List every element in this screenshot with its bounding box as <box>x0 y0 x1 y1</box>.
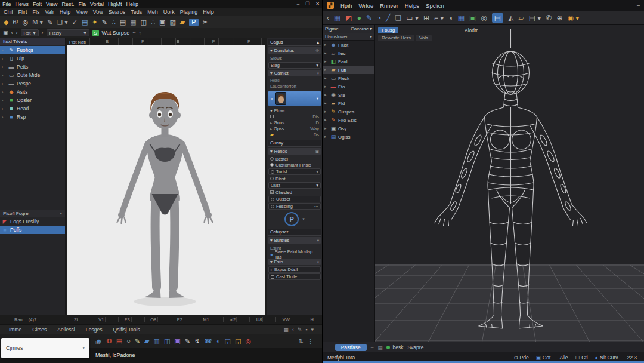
viewport-tab-2[interactable]: Rewerte Hers <box>378 35 414 41</box>
right-minimize-button[interactable]: – <box>637 2 640 8</box>
outliner-item[interactable]: ▸ ✎ Cuspes <box>323 107 374 116</box>
bottom-tool-icon[interactable]: ▥ <box>154 338 160 344</box>
toolbar-icon[interactable]: M ▾ <box>32 19 43 26</box>
lower-tree-item[interactable]: ■ Puffs <box>0 226 65 234</box>
outliner-item[interactable]: ▸ ▣ Osy <box>323 124 374 133</box>
right-toolbar-icon[interactable]: ◖ <box>448 14 453 21</box>
status-combobox[interactable]: Cjmres▾ <box>1 338 89 358</box>
ds-row[interactable]: ▰Ds <box>268 131 321 137</box>
tree-item[interactable]: › ▬ Petts <box>0 63 65 71</box>
hamburger-icon[interactable]: ☰ <box>326 344 331 350</box>
right-toolbar-icon[interactable]: ⊕ <box>556 14 562 21</box>
titlebar-menu-item[interactable]: Hews <box>16 1 29 7</box>
inspector-tab[interactable]: Cagus▴ <box>268 39 321 46</box>
toolbar-icon[interactable]: ▨ <box>169 19 175 26</box>
outliner-tab-1[interactable]: Pigme <box>325 26 339 32</box>
right-menubar-item[interactable]: Helps <box>405 2 419 9</box>
opss-row[interactable]: ▸OpssWay <box>268 125 321 131</box>
bottom-tab[interactable]: Cirses <box>28 327 51 333</box>
maximize-button[interactable]: ❐ <box>305 1 309 7</box>
toolbar-icon[interactable]: P <box>189 19 198 26</box>
menubar-item[interactable]: View <box>76 9 87 15</box>
bottom-tool-icon[interactable]: ▣ <box>174 338 180 344</box>
titlebar-menu-item[interactable]: View <box>46 1 57 7</box>
toolbar-icon[interactable]: ✎ <box>47 19 52 26</box>
menubar-item[interactable]: Teds <box>131 9 142 15</box>
expand-caret-icon[interactable]: ▸ <box>324 126 329 131</box>
toolbar-icon[interactable]: ✦ <box>92 19 97 26</box>
toolbar-icon[interactable]: ▰ <box>180 19 185 26</box>
outliner-item[interactable]: ▸ ▰ Fld <box>323 99 374 107</box>
expand-caret-icon[interactable]: ▸ <box>324 51 329 56</box>
bottom-tool-icon[interactable]: ▰ <box>144 338 149 344</box>
camlet-section-header[interactable]: ▾Camlet▾ <box>268 70 321 76</box>
toolbar-icon[interactable]: ❏ ▾ <box>57 19 67 26</box>
character-canvas[interactable] <box>67 45 265 315</box>
tree-item[interactable]: › ▯ Uip <box>0 54 65 63</box>
tree-item[interactable]: › ■ Opsler <box>0 96 65 104</box>
menubar-item[interactable]: Vow <box>93 9 103 15</box>
outliner-item[interactable]: ▸ ◉ Ste <box>323 91 374 99</box>
right-menubar-item[interactable]: Hpih <box>340 2 352 9</box>
right-menubar-item[interactable]: Rrinver <box>380 2 398 9</box>
expand-caret-icon[interactable]: ▸ <box>324 134 329 139</box>
outliner-item[interactable]: ▸ ✎ Fko Esls <box>323 116 374 124</box>
close-button[interactable]: ✕ <box>315 1 320 7</box>
menubar-item[interactable]: Flirt <box>18 9 27 15</box>
menubar-item[interactable]: Uork <box>163 9 175 15</box>
toolbar-icon[interactable]: ▤ <box>120 19 126 26</box>
gnus-row[interactable]: ▸GnusD <box>268 119 321 125</box>
toolbar-icon[interactable]: ✓ <box>72 19 78 26</box>
titlebar-menu-item[interactable]: Vortal <box>90 1 104 7</box>
outliner-item[interactable]: ▸ ▭ Fleck <box>323 74 374 82</box>
expand-caret-icon[interactable]: ▸ <box>324 118 329 122</box>
nav-dropdown-2[interactable]: Fizzly▾ <box>47 29 89 36</box>
bottom-tab-icon[interactable]: ▦ <box>283 327 289 333</box>
bottom-tool-icon[interactable]: ◐ <box>216 338 221 344</box>
right-toolbar-icon[interactable]: ▦ <box>334 14 340 21</box>
bottom-tab-icon[interactable]: ▪ <box>305 327 307 333</box>
bottom-tool-icon[interactable]: ◎ <box>245 338 251 344</box>
right-toolbar-icon[interactable]: ⊞ <box>423 14 429 21</box>
right-toolbar-icon[interactable]: ✆ <box>546 14 552 21</box>
titlebar-menu-item[interactable]: Rest. <box>61 1 74 7</box>
wireframe-viewport[interactable]: Fousg Alodtr Rewerte Hers Vols <box>375 25 644 342</box>
menubar-item[interactable]: Valr <box>45 9 54 15</box>
right-toolbar-icon[interactable]: ◭ <box>508 14 513 21</box>
right-toolbar-icon[interactable]: ▤ ▾ <box>529 14 541 21</box>
expand-caret-icon[interactable]: ▸ <box>324 93 329 97</box>
right-toolbar-icon[interactable]: ▭ ▾ <box>406 14 419 21</box>
up-arrow-icon[interactable]: ↑ <box>138 30 141 36</box>
expand-caret-icon[interactable]: ▸ <box>324 101 329 106</box>
bottom-tool-icon[interactable]: ❂ <box>107 338 112 344</box>
status-item[interactable]: ⊙ Pde <box>513 355 528 361</box>
menubar-item[interactable]: Meh <box>147 9 158 15</box>
bottom-tab[interactable]: Fesges <box>82 327 107 333</box>
tree-item[interactable]: › ■ Head <box>0 104 65 113</box>
expand-caret-icon[interactable]: › <box>2 99 6 103</box>
expand-caret-icon[interactable]: › <box>2 57 6 61</box>
dis-row[interactable]: Dis <box>268 113 321 119</box>
right-toolbar-icon[interactable]: ◔ <box>377 14 381 21</box>
bottom-tool-icon[interactable]: ☎ <box>204 338 212 344</box>
bottom-right-icon[interactable]: ⇅ <box>299 338 304 344</box>
bottom-tool-icon[interactable]: ◫ <box>164 338 170 344</box>
status-item[interactable]: Alle <box>558 355 568 361</box>
right-toolbar-icon[interactable]: ▦ <box>458 14 465 21</box>
bottom-tool-icon[interactable]: ✎ <box>135 338 140 344</box>
chested-checkbox[interactable]: ✓Chested <box>268 189 321 195</box>
status-item[interactable]: ▣ Got <box>536 355 551 361</box>
timeline-ruler[interactable]: Ran(4)7 ZtV1F3O8P2M1al2U8VWH <box>0 315 322 325</box>
lower-tree-item[interactable]: ◤ Fogs Freslily <box>0 217 65 226</box>
back-button[interactable]: ‹ <box>11 30 13 36</box>
right-toolbar-icon[interactable]: ⌐ ▾ <box>434 14 444 21</box>
titlebar-menu-item[interactable]: Folt <box>33 1 42 7</box>
expand-caret-icon[interactable]: ▸ <box>324 76 329 81</box>
tree-item[interactable]: › ▬ Pespe <box>0 79 65 88</box>
bottom-tool-icon[interactable]: ▤ <box>116 338 122 344</box>
besk-status[interactable]: besk <box>386 344 403 350</box>
expand-caret-icon[interactable]: ▸ <box>324 42 329 47</box>
status-item[interactable]: ☐ Cti <box>575 355 588 361</box>
menubar-item[interactable]: Playing <box>180 9 198 15</box>
bottom-tab[interactable]: Qslfisj Tools <box>109 327 144 333</box>
